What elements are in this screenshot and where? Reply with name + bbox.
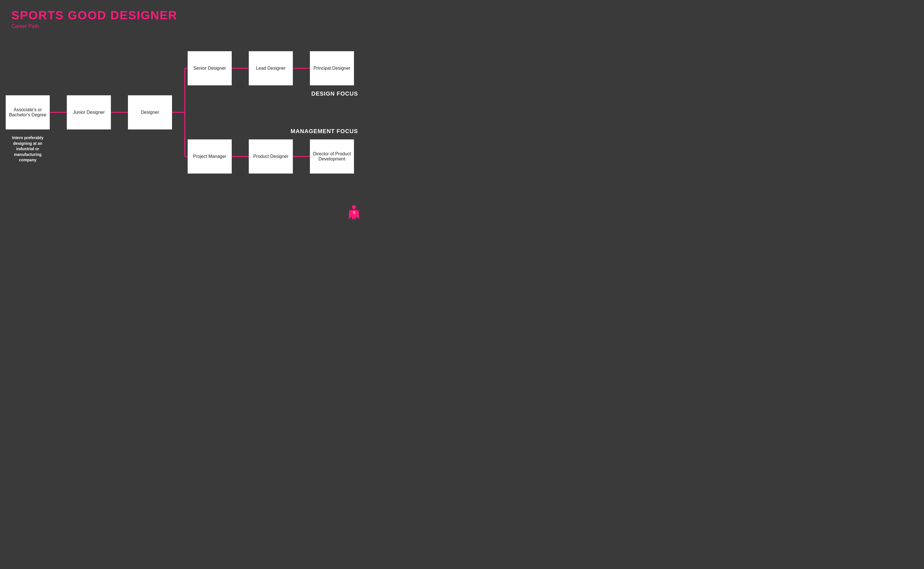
box-principal-designer: Principal Designer	[310, 51, 354, 85]
box-designer: Designer	[128, 95, 172, 129]
svg-rect-16	[355, 210, 359, 211]
page-title: SPORTS GOOD DESIGNER	[11, 9, 178, 22]
svg-point-11	[352, 205, 356, 209]
svg-rect-14	[354, 215, 356, 219]
page-subtitle: Career Path	[11, 23, 178, 29]
design-focus-label: DESIGN FOCUS	[311, 90, 358, 97]
svg-rect-15	[349, 210, 352, 211]
box-project-manager: Project Manager	[188, 139, 232, 173]
watermark-icon: G	[347, 205, 361, 222]
box-director: Director of Product Development	[310, 139, 354, 173]
box-lead-designer: Lead Designer	[249, 51, 293, 85]
box-product-designer: Product Designer	[249, 139, 293, 173]
box-senior-designer: Senior Designer	[188, 51, 232, 85]
svg-rect-13	[352, 215, 354, 219]
svg-text:G: G	[353, 211, 355, 214]
management-focus-label: MANAGEMENT FOCUS	[291, 128, 358, 135]
intern-note: Intern preferably designing at an indust…	[6, 135, 50, 163]
career-diagram: Associate's or Bachelor's Degree Junior …	[0, 43, 370, 228]
box-degree: Associate's or Bachelor's Degree	[6, 95, 50, 129]
page-header: SPORTS GOOD DESIGNER Career Path	[11, 9, 178, 29]
box-junior-designer: Junior Designer	[67, 95, 111, 129]
